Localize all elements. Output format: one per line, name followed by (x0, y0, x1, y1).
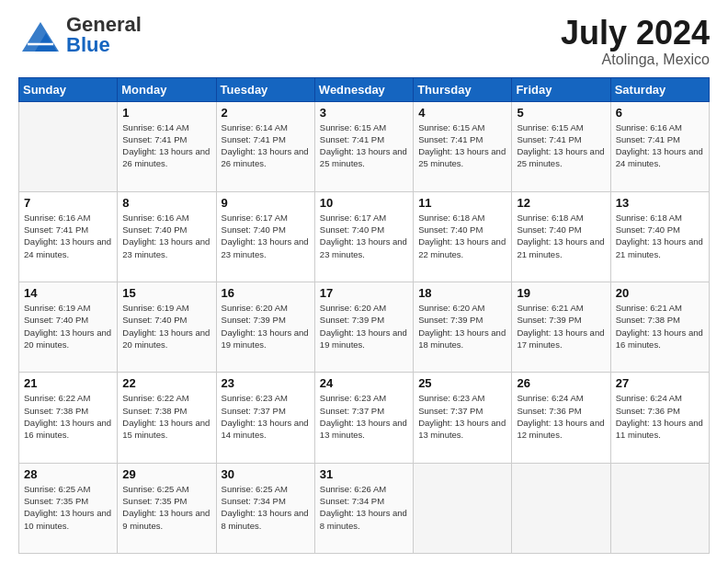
col-saturday: Saturday (610, 77, 709, 101)
table-row: 28Sunrise: 6:25 AMSunset: 7:35 PMDayligh… (19, 463, 118, 553)
col-monday: Monday (118, 77, 216, 101)
day-info: Sunrise: 6:19 AMSunset: 7:40 PMDaylight:… (122, 302, 210, 350)
day-number: 16 (222, 286, 310, 300)
calendar-header-row: Sunday Monday Tuesday Wednesday Thursday… (19, 77, 710, 101)
table-row: 11Sunrise: 6:18 AMSunset: 7:40 PMDayligh… (414, 191, 512, 282)
day-number: 6 (616, 106, 704, 120)
table-row: 15Sunrise: 6:19 AMSunset: 7:40 PMDayligh… (118, 282, 216, 373)
day-info: Sunrise: 6:24 AMSunset: 7:36 PMDaylight:… (616, 392, 704, 441)
table-row: 3Sunrise: 6:15 AMSunset: 7:41 PMDaylight… (314, 101, 413, 191)
table-row: 17Sunrise: 6:20 AMSunset: 7:39 PMDayligh… (314, 282, 413, 373)
table-row: 5Sunrise: 6:15 AMSunset: 7:41 PMDaylight… (512, 101, 610, 191)
calendar-week-row: 1Sunrise: 6:14 AMSunset: 7:41 PMDaylight… (19, 101, 710, 191)
day-info: Sunrise: 6:18 AMSunset: 7:40 PMDaylight:… (418, 212, 506, 260)
month-year-title: July 2024 (561, 15, 710, 52)
day-info: Sunrise: 6:25 AMSunset: 7:34 PMDaylight:… (222, 483, 310, 532)
calendar-table: Sunday Monday Tuesday Wednesday Thursday… (18, 77, 710, 554)
day-number: 11 (418, 196, 506, 210)
day-number: 12 (517, 196, 605, 210)
table-row: 6Sunrise: 6:16 AMSunset: 7:41 PMDaylight… (610, 101, 709, 191)
col-wednesday: Wednesday (314, 77, 413, 101)
table-row: 24Sunrise: 6:23 AMSunset: 7:37 PMDayligh… (314, 373, 413, 463)
day-number: 30 (222, 467, 310, 481)
table-row: 7Sunrise: 6:16 AMSunset: 7:41 PMDaylight… (19, 191, 118, 282)
col-friday: Friday (512, 77, 610, 101)
day-info: Sunrise: 6:16 AMSunset: 7:41 PMDaylight:… (24, 212, 112, 260)
table-row: 16Sunrise: 6:20 AMSunset: 7:39 PMDayligh… (216, 282, 314, 373)
header: General Blue July 2024 Atolinga, Mexico (18, 15, 710, 68)
day-number: 23 (222, 376, 310, 390)
table-row: 10Sunrise: 6:17 AMSunset: 7:40 PMDayligh… (314, 191, 413, 282)
day-info: Sunrise: 6:14 AMSunset: 7:41 PMDaylight:… (122, 121, 210, 170)
day-info: Sunrise: 6:20 AMSunset: 7:39 PMDaylight:… (320, 302, 408, 350)
day-number: 18 (418, 286, 506, 300)
day-number: 4 (418, 106, 506, 120)
table-row (512, 463, 610, 553)
table-row: 30Sunrise: 6:25 AMSunset: 7:34 PMDayligh… (216, 463, 314, 553)
day-info: Sunrise: 6:18 AMSunset: 7:40 PMDaylight:… (616, 212, 704, 260)
day-info: Sunrise: 6:19 AMSunset: 7:40 PMDaylight:… (24, 302, 112, 350)
day-info: Sunrise: 6:25 AMSunset: 7:35 PMDaylight:… (24, 483, 112, 532)
table-row: 13Sunrise: 6:18 AMSunset: 7:40 PMDayligh… (610, 191, 709, 282)
location-subtitle: Atolinga, Mexico (561, 52, 710, 68)
day-info: Sunrise: 6:20 AMSunset: 7:39 PMDaylight:… (418, 302, 506, 350)
day-number: 20 (616, 286, 704, 300)
day-info: Sunrise: 6:22 AMSunset: 7:38 PMDaylight:… (24, 392, 112, 441)
table-row: 18Sunrise: 6:20 AMSunset: 7:39 PMDayligh… (414, 282, 512, 373)
day-number: 29 (122, 467, 210, 481)
col-tuesday: Tuesday (216, 77, 314, 101)
day-number: 17 (320, 286, 408, 300)
day-number: 24 (320, 376, 408, 390)
day-number: 8 (122, 196, 210, 210)
day-info: Sunrise: 6:22 AMSunset: 7:38 PMDaylight:… (122, 392, 210, 441)
calendar-week-row: 21Sunrise: 6:22 AMSunset: 7:38 PMDayligh… (19, 373, 710, 463)
day-info: Sunrise: 6:23 AMSunset: 7:37 PMDaylight:… (222, 392, 310, 441)
calendar-week-row: 14Sunrise: 6:19 AMSunset: 7:40 PMDayligh… (19, 282, 710, 373)
logo-text-group: General Blue (66, 15, 142, 55)
day-info: Sunrise: 6:20 AMSunset: 7:39 PMDaylight:… (222, 302, 310, 350)
day-info: Sunrise: 6:21 AMSunset: 7:38 PMDaylight:… (616, 302, 704, 350)
logo-blue: Blue (66, 33, 110, 56)
day-info: Sunrise: 6:25 AMSunset: 7:35 PMDaylight:… (122, 483, 210, 532)
day-number: 14 (24, 286, 112, 300)
table-row: 29Sunrise: 6:25 AMSunset: 7:35 PMDayligh… (118, 463, 216, 553)
day-number: 1 (122, 106, 210, 120)
logo: General Blue (18, 15, 142, 55)
table-row: 21Sunrise: 6:22 AMSunset: 7:38 PMDayligh… (19, 373, 118, 463)
day-number: 5 (517, 106, 605, 120)
calendar-week-row: 7Sunrise: 6:16 AMSunset: 7:41 PMDaylight… (19, 191, 710, 282)
day-info: Sunrise: 6:18 AMSunset: 7:40 PMDaylight:… (517, 212, 605, 260)
day-number: 19 (517, 286, 605, 300)
title-section: July 2024 Atolinga, Mexico (561, 15, 710, 68)
day-number: 3 (320, 106, 408, 120)
day-number: 26 (517, 376, 605, 390)
day-number: 10 (320, 196, 408, 210)
day-number: 27 (616, 376, 704, 390)
day-info: Sunrise: 6:15 AMSunset: 7:41 PMDaylight:… (418, 121, 506, 170)
day-number: 9 (222, 196, 310, 210)
day-number: 2 (222, 106, 310, 120)
table-row: 8Sunrise: 6:16 AMSunset: 7:40 PMDaylight… (118, 191, 216, 282)
table-row: 14Sunrise: 6:19 AMSunset: 7:40 PMDayligh… (19, 282, 118, 373)
day-number: 31 (320, 467, 408, 481)
day-info: Sunrise: 6:16 AMSunset: 7:41 PMDaylight:… (616, 121, 704, 170)
table-row: 22Sunrise: 6:22 AMSunset: 7:38 PMDayligh… (118, 373, 216, 463)
table-row: 31Sunrise: 6:26 AMSunset: 7:34 PMDayligh… (314, 463, 413, 553)
table-row: 19Sunrise: 6:21 AMSunset: 7:39 PMDayligh… (512, 282, 610, 373)
table-row: 2Sunrise: 6:14 AMSunset: 7:41 PMDaylight… (216, 101, 314, 191)
day-info: Sunrise: 6:21 AMSunset: 7:39 PMDaylight:… (517, 302, 605, 350)
table-row: 25Sunrise: 6:23 AMSunset: 7:37 PMDayligh… (414, 373, 512, 463)
day-info: Sunrise: 6:14 AMSunset: 7:41 PMDaylight:… (222, 121, 310, 170)
day-number: 15 (122, 286, 210, 300)
logo-icon (18, 18, 63, 55)
day-info: Sunrise: 6:17 AMSunset: 7:40 PMDaylight:… (222, 212, 310, 260)
day-info: Sunrise: 6:23 AMSunset: 7:37 PMDaylight:… (418, 392, 506, 441)
page: General Blue July 2024 Atolinga, Mexico … (0, 0, 728, 563)
table-row: 12Sunrise: 6:18 AMSunset: 7:40 PMDayligh… (512, 191, 610, 282)
table-row: 23Sunrise: 6:23 AMSunset: 7:37 PMDayligh… (216, 373, 314, 463)
day-info: Sunrise: 6:26 AMSunset: 7:34 PMDaylight:… (320, 483, 408, 532)
table-row (414, 463, 512, 553)
table-row (19, 101, 118, 191)
day-info: Sunrise: 6:23 AMSunset: 7:37 PMDaylight:… (320, 392, 408, 441)
table-row: 4Sunrise: 6:15 AMSunset: 7:41 PMDaylight… (414, 101, 512, 191)
